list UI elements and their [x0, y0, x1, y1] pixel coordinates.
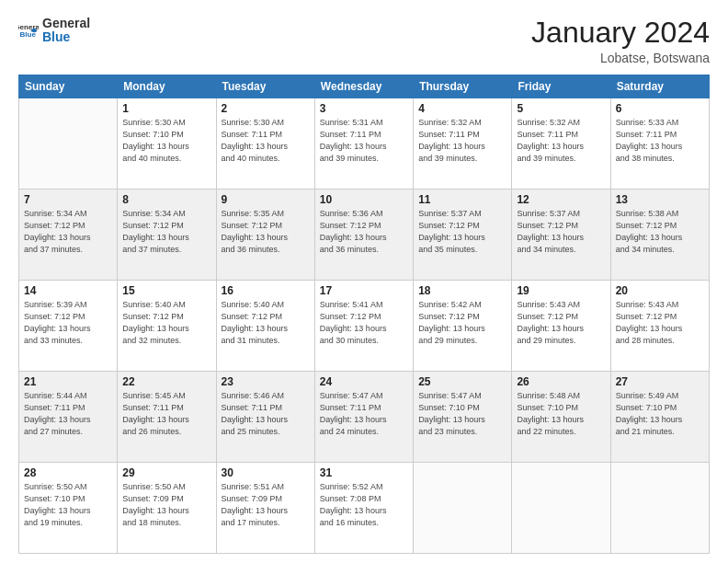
calendar-cell: 25Sunrise: 5:47 AM Sunset: 7:10 PM Dayli… — [414, 372, 512, 463]
calendar-cell: 7Sunrise: 5:34 AM Sunset: 7:12 PM Daylig… — [19, 190, 118, 281]
col-header-tuesday: Tuesday — [216, 75, 314, 98]
calendar-cell: 10Sunrise: 5:36 AM Sunset: 7:12 PM Dayli… — [314, 190, 413, 281]
day-number: 9 — [222, 193, 310, 206]
day-info: Sunrise: 5:30 AM Sunset: 7:10 PM Dayligh… — [122, 117, 210, 165]
calendar-cell: 12Sunrise: 5:37 AM Sunset: 7:12 PM Dayli… — [512, 190, 610, 281]
day-number: 20 — [616, 284, 704, 297]
calendar-cell: 4Sunrise: 5:32 AM Sunset: 7:11 PM Daylig… — [414, 98, 512, 190]
week-row-2: 7Sunrise: 5:34 AM Sunset: 7:12 PM Daylig… — [19, 190, 710, 281]
day-info: Sunrise: 5:32 AM Sunset: 7:11 PM Dayligh… — [418, 117, 506, 165]
day-number: 11 — [418, 193, 506, 206]
day-info: Sunrise: 5:51 AM Sunset: 7:09 PM Dayligh… — [222, 481, 310, 529]
day-number: 2 — [222, 102, 310, 115]
calendar-cell — [512, 463, 610, 554]
day-number: 18 — [418, 284, 506, 297]
calendar-cell — [19, 98, 118, 190]
day-info: Sunrise: 5:44 AM Sunset: 7:11 PM Dayligh… — [24, 390, 112, 438]
day-info: Sunrise: 5:30 AM Sunset: 7:11 PM Dayligh… — [222, 117, 310, 165]
svg-text:Blue: Blue — [20, 30, 37, 39]
day-info: Sunrise: 5:47 AM Sunset: 7:10 PM Dayligh… — [418, 390, 506, 438]
day-info: Sunrise: 5:47 AM Sunset: 7:11 PM Dayligh… — [320, 390, 408, 438]
logo-blue-text: Blue — [42, 30, 90, 44]
logo-icon: General Blue — [18, 20, 39, 40]
day-info: Sunrise: 5:37 AM Sunset: 7:12 PM Dayligh… — [517, 208, 605, 256]
day-info: Sunrise: 5:36 AM Sunset: 7:12 PM Dayligh… — [320, 208, 408, 256]
calendar-cell: 1Sunrise: 5:30 AM Sunset: 7:10 PM Daylig… — [118, 98, 216, 190]
calendar-header-row: SundayMondayTuesdayWednesdayThursdayFrid… — [19, 75, 710, 98]
calendar-cell: 8Sunrise: 5:34 AM Sunset: 7:12 PM Daylig… — [118, 190, 216, 281]
day-info: Sunrise: 5:50 AM Sunset: 7:10 PM Dayligh… — [24, 481, 112, 529]
day-number: 23 — [222, 375, 310, 388]
calendar-cell: 19Sunrise: 5:43 AM Sunset: 7:12 PM Dayli… — [512, 281, 610, 372]
day-number: 27 — [616, 375, 704, 388]
calendar-cell: 29Sunrise: 5:50 AM Sunset: 7:09 PM Dayli… — [118, 463, 216, 554]
calendar-cell: 13Sunrise: 5:38 AM Sunset: 7:12 PM Dayli… — [610, 190, 709, 281]
calendar-cell: 21Sunrise: 5:44 AM Sunset: 7:11 PM Dayli… — [19, 372, 118, 463]
day-number: 6 — [616, 102, 704, 115]
day-info: Sunrise: 5:39 AM Sunset: 7:12 PM Dayligh… — [24, 299, 112, 347]
calendar-cell: 27Sunrise: 5:49 AM Sunset: 7:10 PM Dayli… — [610, 372, 709, 463]
day-info: Sunrise: 5:40 AM Sunset: 7:12 PM Dayligh… — [122, 299, 210, 347]
day-number: 31 — [320, 466, 408, 479]
logo-general-text: General — [42, 17, 90, 30]
week-row-4: 21Sunrise: 5:44 AM Sunset: 7:11 PM Dayli… — [19, 372, 710, 463]
day-number: 17 — [320, 284, 408, 297]
day-number: 7 — [24, 193, 112, 206]
calendar-cell: 17Sunrise: 5:41 AM Sunset: 7:12 PM Dayli… — [314, 281, 413, 372]
day-number: 25 — [418, 375, 506, 388]
calendar-table: SundayMondayTuesdayWednesdayThursdayFrid… — [18, 75, 710, 554]
day-number: 3 — [320, 102, 408, 115]
day-info: Sunrise: 5:43 AM Sunset: 7:12 PM Dayligh… — [517, 299, 605, 347]
calendar-cell: 31Sunrise: 5:52 AM Sunset: 7:08 PM Dayli… — [314, 463, 413, 554]
day-info: Sunrise: 5:45 AM Sunset: 7:11 PM Dayligh… — [122, 390, 210, 438]
day-info: Sunrise: 5:48 AM Sunset: 7:10 PM Dayligh… — [517, 390, 605, 438]
day-number: 5 — [517, 102, 605, 115]
col-header-thursday: Thursday — [414, 75, 512, 98]
day-info: Sunrise: 5:42 AM Sunset: 7:12 PM Dayligh… — [418, 299, 506, 347]
month-title: January 2024 — [531, 17, 710, 49]
calendar-cell: 11Sunrise: 5:37 AM Sunset: 7:12 PM Dayli… — [414, 190, 512, 281]
day-number: 1 — [122, 102, 210, 115]
day-info: Sunrise: 5:37 AM Sunset: 7:12 PM Dayligh… — [418, 208, 506, 256]
day-number: 4 — [418, 102, 506, 115]
day-info: Sunrise: 5:52 AM Sunset: 7:08 PM Dayligh… — [320, 481, 408, 529]
day-info: Sunrise: 5:41 AM Sunset: 7:12 PM Dayligh… — [320, 299, 408, 347]
day-number: 15 — [122, 284, 210, 297]
calendar-cell: 30Sunrise: 5:51 AM Sunset: 7:09 PM Dayli… — [216, 463, 314, 554]
logo: General Blue General Blue — [18, 17, 90, 45]
calendar-cell — [610, 463, 709, 554]
col-header-saturday: Saturday — [610, 75, 709, 98]
col-header-friday: Friday — [512, 75, 610, 98]
day-info: Sunrise: 5:49 AM Sunset: 7:10 PM Dayligh… — [616, 390, 704, 438]
day-info: Sunrise: 5:33 AM Sunset: 7:11 PM Dayligh… — [616, 117, 704, 165]
calendar-cell: 3Sunrise: 5:31 AM Sunset: 7:11 PM Daylig… — [314, 98, 413, 190]
week-row-3: 14Sunrise: 5:39 AM Sunset: 7:12 PM Dayli… — [19, 281, 710, 372]
week-row-1: 1Sunrise: 5:30 AM Sunset: 7:10 PM Daylig… — [19, 98, 710, 190]
day-info: Sunrise: 5:35 AM Sunset: 7:12 PM Dayligh… — [222, 208, 310, 256]
col-header-wednesday: Wednesday — [314, 75, 413, 98]
calendar-cell: 2Sunrise: 5:30 AM Sunset: 7:11 PM Daylig… — [216, 98, 314, 190]
day-number: 26 — [517, 375, 605, 388]
day-number: 16 — [222, 284, 310, 297]
day-info: Sunrise: 5:31 AM Sunset: 7:11 PM Dayligh… — [320, 117, 408, 165]
calendar-cell: 5Sunrise: 5:32 AM Sunset: 7:11 PM Daylig… — [512, 98, 610, 190]
page: General Blue General Blue January 2024 L… — [0, 0, 728, 563]
day-number: 12 — [517, 193, 605, 206]
calendar-cell: 9Sunrise: 5:35 AM Sunset: 7:12 PM Daylig… — [216, 190, 314, 281]
calendar-cell: 28Sunrise: 5:50 AM Sunset: 7:10 PM Dayli… — [19, 463, 118, 554]
calendar-cell: 20Sunrise: 5:43 AM Sunset: 7:12 PM Dayli… — [610, 281, 709, 372]
day-info: Sunrise: 5:32 AM Sunset: 7:11 PM Dayligh… — [517, 117, 605, 165]
calendar-cell: 18Sunrise: 5:42 AM Sunset: 7:12 PM Dayli… — [414, 281, 512, 372]
day-number: 24 — [320, 375, 408, 388]
calendar-cell: 16Sunrise: 5:40 AM Sunset: 7:12 PM Dayli… — [216, 281, 314, 372]
day-number: 21 — [24, 375, 112, 388]
calendar-cell: 24Sunrise: 5:47 AM Sunset: 7:11 PM Dayli… — [314, 372, 413, 463]
header: General Blue General Blue January 2024 L… — [18, 17, 710, 65]
day-info: Sunrise: 5:34 AM Sunset: 7:12 PM Dayligh… — [122, 208, 210, 256]
day-info: Sunrise: 5:40 AM Sunset: 7:12 PM Dayligh… — [222, 299, 310, 347]
day-number: 28 — [24, 466, 112, 479]
calendar-cell: 15Sunrise: 5:40 AM Sunset: 7:12 PM Dayli… — [118, 281, 216, 372]
calendar-cell: 26Sunrise: 5:48 AM Sunset: 7:10 PM Dayli… — [512, 372, 610, 463]
day-info: Sunrise: 5:43 AM Sunset: 7:12 PM Dayligh… — [616, 299, 704, 347]
calendar-cell: 22Sunrise: 5:45 AM Sunset: 7:11 PM Dayli… — [118, 372, 216, 463]
